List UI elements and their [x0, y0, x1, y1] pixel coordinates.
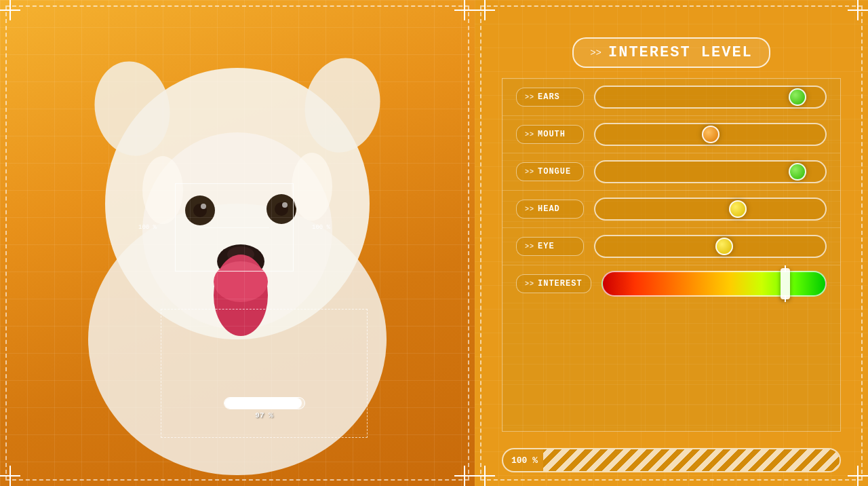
interest-arrows: >> [525, 280, 534, 288]
metric-row-eye: >> EYE [502, 228, 840, 265]
bottom-progress-bar: 100 % [502, 448, 841, 472]
ears-text: EARS [538, 92, 560, 102]
right-corner-tr [848, 0, 868, 20]
metric-row-head: >> HEAD [502, 191, 840, 228]
interest-thumb-bottom [785, 295, 786, 302]
eye-arrows: >> [525, 243, 534, 250]
corner-tl [0, 0, 20, 20]
interest-header: >> INTEREST LEVEL [502, 37, 841, 68]
tongue-arrows: >> [525, 168, 534, 176]
mouth-slider[interactable] [594, 123, 827, 146]
mouth-text: MOUTH [538, 130, 566, 139]
svg-point-16 [292, 153, 332, 221]
head-arrows: >> [525, 206, 534, 213]
head-slider[interactable] [594, 198, 827, 221]
metric-row-mouth: >> MOUTH [502, 116, 840, 153]
head-thumb [729, 200, 747, 218]
mouth-arrows: >> [525, 131, 534, 138]
corner-br [454, 466, 475, 486]
progress-container: 97 % [224, 397, 305, 419]
head-text: HEAD [538, 204, 560, 214]
eye-text: EYE [538, 242, 555, 251]
tongue-text: TONGUE [538, 167, 571, 176]
metric-row-ears: >> EARS [502, 79, 840, 116]
ears-thumb [789, 88, 806, 106]
dog-area: 100 % 100 % 97 % [0, 0, 475, 486]
tongue-slider[interactable] [594, 160, 827, 183]
corner-tr [454, 0, 475, 20]
metric-label-ears: >> EARS [516, 88, 584, 107]
right-panel: >> INTEREST LEVEL >> EARS >> MOUTH [475, 0, 868, 486]
mouth-thumb [702, 126, 719, 143]
header-arrows: >> [590, 48, 601, 58]
eye-thumb [715, 238, 733, 255]
bottom-stripes [543, 449, 840, 471]
tongue-thumb [789, 163, 806, 181]
interest-thumb-top [785, 265, 786, 272]
ears-arrows: >> [525, 94, 534, 101]
interest-text: INTEREST [538, 279, 583, 288]
face-label-left: 100 % [138, 224, 157, 231]
right-corner-tl [475, 0, 495, 20]
metric-row-tongue: >> TONGUE [502, 153, 840, 191]
eye-slider[interactable] [594, 235, 827, 258]
progress-fill [224, 398, 302, 409]
header-title: INTEREST LEVEL [608, 44, 753, 61]
face-label-right: 100 % [312, 224, 330, 231]
body-detection-box: 97 % [161, 309, 368, 438]
ears-slider[interactable] [594, 86, 827, 109]
metric-label-mouth: >> MOUTH [516, 125, 584, 144]
metric-label-head: >> HEAD [516, 200, 584, 219]
metrics-panel: >> EARS >> MOUTH >> TONGUE [502, 78, 841, 432]
progress-value: 97 % [224, 411, 305, 419]
progress-bar [224, 397, 305, 409]
metric-label-eye: >> EYE [516, 237, 584, 256]
bottom-percent: 100 % [503, 455, 543, 466]
right-corner-bl [475, 466, 495, 486]
metric-label-tongue: >> TONGUE [516, 162, 584, 181]
metric-label-interest: >> INTEREST [516, 274, 591, 293]
corner-bl [0, 466, 20, 486]
interest-bar-row: >> INTEREST [502, 265, 840, 302]
interest-header-button[interactable]: >> INTEREST LEVEL [572, 37, 770, 68]
interest-gradient-slider[interactable] [601, 271, 827, 297]
right-corner-br [848, 466, 868, 486]
face-box-line [199, 227, 270, 228]
face-detection-box: 100 % 100 % [175, 183, 294, 272]
